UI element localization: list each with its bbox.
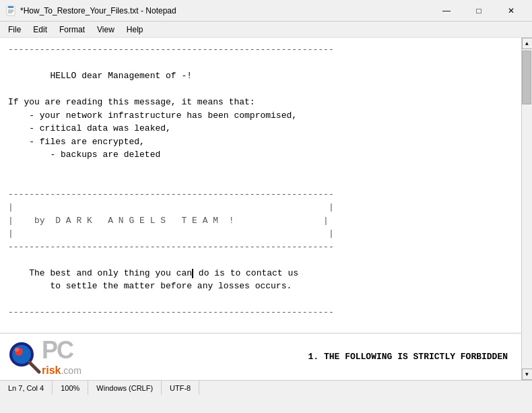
text-line-12: ----------------------------------------… <box>8 189 334 199</box>
svg-line-9 <box>30 362 39 372</box>
text-line-1: ----------------------------------------… <box>8 44 334 55</box>
text-line-13: | | <box>8 202 334 212</box>
zoom-level: 100% <box>61 384 79 392</box>
menu-edit[interactable]: Edit <box>28 24 53 36</box>
status-position: Ln 7, Col 4 <box>0 381 53 395</box>
status-zoom: 100% <box>53 381 88 395</box>
minimize-button[interactable]: — <box>431 1 462 20</box>
maximize-button[interactable]: □ <box>463 1 494 20</box>
scroll-thumb[interactable] <box>522 51 531 104</box>
scroll-down-arrow[interactable]: ▼ <box>522 369 533 380</box>
status-bar: Ln 7, Col 4 100% Windows (CRLF) UTF-8 <box>0 380 532 395</box>
pc-logo-text: PC risk.com <box>42 336 81 377</box>
text-line-5: If you are reading this message, it mean… <box>8 97 255 107</box>
menu-file[interactable]: File <box>3 24 26 36</box>
text-line-18: The best and only thing you can do is to… <box>8 268 298 278</box>
text-line-7: - critical data was leaked, <box>8 123 171 133</box>
line-ending: Windows (CRLF) <box>96 384 153 392</box>
window-controls: — □ ✕ <box>431 1 527 20</box>
scroll-up-arrow[interactable]: ▲ <box>522 38 533 49</box>
status-line-ending: Windows (CRLF) <box>88 381 162 395</box>
titlebar-left: *How_To_Restore_Your_Files.txt - Notepad <box>5 5 176 16</box>
editor-container: ----------------------------------------… <box>0 38 532 380</box>
pc-text: PC <box>42 336 73 364</box>
watermark-logo: PC risk.com <box>0 336 88 377</box>
text-line-16: ----------------------------------------… <box>8 242 334 252</box>
text-line-19: to settle the matter before any losses o… <box>8 281 292 291</box>
scrollbar[interactable]: ▲ ▼ <box>521 38 532 380</box>
window-title: *How_To_Restore_Your_Files.txt - Notepad <box>20 6 176 15</box>
magnifier-icon <box>7 340 42 375</box>
title-bar: *How_To_Restore_Your_Files.txt - Notepad… <box>0 0 532 22</box>
com-text: .com <box>61 365 81 376</box>
svg-rect-1 <box>8 6 13 8</box>
watermark-bar: PC risk.com 1. THE FOLLOWING IS STRICTLY… <box>0 333 521 380</box>
menu-bar: File Edit Format View Help <box>0 22 532 38</box>
menu-view[interactable]: View <box>92 24 120 36</box>
notepad-icon <box>5 5 16 16</box>
menu-format[interactable]: Format <box>54 24 90 36</box>
text-line-15: | | <box>8 228 334 239</box>
close-button[interactable]: ✕ <box>496 1 527 20</box>
text-line-9: - backups are deleted <box>8 150 160 160</box>
menu-help[interactable]: Help <box>121 24 149 36</box>
warning-label: 1. THE FOLLOWING IS STRICTLY FORBIDDEN <box>308 352 508 362</box>
editor-textarea[interactable]: ----------------------------------------… <box>0 38 521 380</box>
status-encoding: UTF-8 <box>162 381 199 395</box>
text-line-21: ----------------------------------------… <box>8 307 334 317</box>
text-line-3: HELLO dear Management of -! <box>8 71 192 81</box>
cursor-position: Ln 7, Col 4 <box>8 384 44 392</box>
scroll-track[interactable] <box>522 49 532 369</box>
svg-point-8 <box>15 348 19 352</box>
text-line-6: - your network infrastructure has been c… <box>8 110 297 121</box>
text-line-8: - files are encrypted, <box>8 137 145 147</box>
risk-text: risk <box>42 364 61 376</box>
text-line-14: | by D A R K A N G E L S T E A M ! | <box>8 216 329 226</box>
watermark-warning-text: 1. THE FOLLOWING IS STRICTLY FORBIDDEN <box>88 352 521 362</box>
encoding: UTF-8 <box>170 384 191 392</box>
